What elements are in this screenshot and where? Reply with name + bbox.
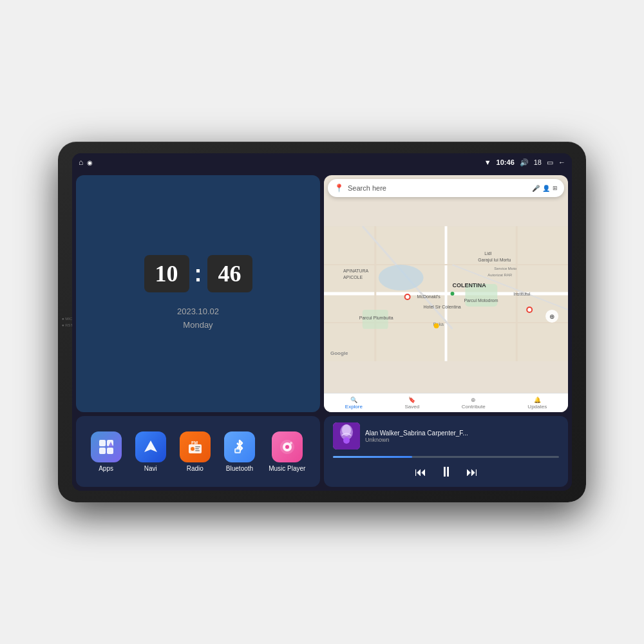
svg-rect-47 <box>236 450 240 452</box>
svg-text:Autorizat RAR: Autorizat RAR <box>488 273 513 277</box>
svg-text:APICOLE: APICOLE <box>343 275 363 279</box>
map-search-bar[interactable]: 📍 Search here 🎤 👤 ⊞ <box>328 179 564 197</box>
svg-text:⊕: ⊕ <box>549 313 554 320</box>
svg-rect-43 <box>195 448 199 450</box>
svg-rect-37 <box>107 448 113 454</box>
music-controls: ⏮ ⏸ ⏭ <box>333 464 559 480</box>
bluetooth-icon <box>224 431 255 462</box>
map-bottom-bar: 🔍 Explore 🔖 Saved ⊕ Contribute <box>324 393 568 412</box>
svg-rect-42 <box>195 446 200 448</box>
music-icon <box>272 431 303 462</box>
clock-minute: 46 <box>207 255 252 292</box>
music-next-button[interactable]: ⏭ <box>466 466 478 479</box>
music-progress-fill <box>333 456 412 458</box>
svg-text:McDonald's: McDonald's <box>417 294 441 299</box>
app-item-bluetooth[interactable]: Bluetooth <box>224 431 255 472</box>
radio-label: Radio <box>187 465 204 472</box>
svg-rect-36 <box>99 448 106 454</box>
clock-hour: 10 <box>144 255 189 292</box>
battery-icon: ▭ <box>547 158 553 167</box>
app-item-apps[interactable]: Apps <box>91 431 122 472</box>
bluetooth-label: Bluetooth <box>226 465 253 472</box>
svg-text:Parcul Motodrom: Parcul Motodrom <box>464 298 498 303</box>
apps-icon <box>91 431 122 462</box>
status-time: 10:46 <box>497 158 515 166</box>
radio-icon: FM <box>180 431 211 462</box>
svg-marker-39 <box>144 440 157 452</box>
map-search-text[interactable]: Search here <box>348 184 528 192</box>
apps-panel: Apps Navi <box>76 416 320 487</box>
svg-text:COLENTINA: COLENTINA <box>452 282 486 289</box>
wifi-icon: ▼ <box>484 158 491 166</box>
navi-label: Navi <box>144 465 157 472</box>
svg-point-26 <box>406 295 410 299</box>
updates-label: Updates <box>527 404 547 410</box>
music-panel: Alan Walker_Sabrina Carpenter_F... Unkno… <box>324 416 568 487</box>
svg-text:Parcul Plumbuita: Parcul Plumbuita <box>359 316 393 320</box>
map-tab-saved[interactable]: 🔖 Saved <box>405 397 420 410</box>
svg-point-30 <box>450 292 454 296</box>
svg-point-55 <box>343 437 350 444</box>
volume-level: 18 <box>534 158 542 166</box>
app-item-radio[interactable]: FM Radio <box>180 431 211 472</box>
music-pause-button[interactable]: ⏸ <box>439 464 453 480</box>
svg-point-28 <box>527 308 531 312</box>
app-item-music[interactable]: Music Player <box>269 431 305 472</box>
screen: ⌂ ◉ ▼ 10:46 🔊 18 ▭ ← 10 : <box>72 153 572 491</box>
music-text: Alan Walker_Sabrina Carpenter_F... Unkno… <box>365 430 559 443</box>
map-tab-explore[interactable]: 🔍 Explore <box>345 397 363 410</box>
svg-point-29 <box>434 323 439 328</box>
svg-text:Hotel Sir Colentina: Hotel Sir Colentina <box>424 305 461 309</box>
svg-point-9 <box>379 265 424 290</box>
music-progress-bar[interactable] <box>333 456 559 458</box>
svg-text:APINATURA: APINATURA <box>343 269 369 273</box>
map-account-icon[interactable]: 👤 <box>542 185 550 192</box>
explore-label: Explore <box>345 404 363 410</box>
home-icon[interactable]: ⌂ <box>79 158 83 167</box>
map-tab-updates[interactable]: 🔔 Updates <box>527 397 547 410</box>
location-icon[interactable]: ◉ <box>87 159 93 166</box>
svg-text:Service Moto: Service Moto <box>494 267 517 270</box>
music-info: Alan Walker_Sabrina Carpenter_F... Unkno… <box>333 422 559 450</box>
music-prev-button[interactable]: ⏮ <box>415 466 426 479</box>
clock-widget: 10 : 46 2023.10.02 Monday <box>76 175 320 412</box>
map-widget[interactable]: 📍 Search here 🎤 👤 ⊞ <box>324 175 568 412</box>
rst-label: ● RST <box>62 323 73 327</box>
svg-point-50 <box>285 445 289 449</box>
svg-text:Institutul: Institutul <box>513 292 530 296</box>
map-mic-icon[interactable]: 🎤 <box>532 185 540 192</box>
back-icon[interactable]: ← <box>558 158 565 166</box>
music-artist: Unknown <box>365 437 559 443</box>
mic-label: ● MIC <box>62 317 73 321</box>
svg-text:FM: FM <box>191 440 198 445</box>
apps-label: Apps <box>99 465 113 472</box>
contribute-label: Contribute <box>462 404 486 410</box>
svg-point-41 <box>191 447 194 451</box>
map-tab-contribute[interactable]: ⊕ Contribute <box>462 397 486 410</box>
svg-text:Google: Google <box>330 350 348 356</box>
music-thumbnail <box>333 422 360 450</box>
music-label: Music Player <box>269 465 305 472</box>
svg-text:Garajul lui Mortu: Garajul lui Mortu <box>478 258 511 263</box>
svg-text:Lidl: Lidl <box>484 251 491 256</box>
music-title: Alan Walker_Sabrina Carpenter_F... <box>365 430 559 437</box>
navi-icon <box>135 431 166 462</box>
saved-label: Saved <box>405 404 420 410</box>
svg-rect-34 <box>99 440 106 446</box>
side-labels: ● MIC ● RST <box>62 317 73 327</box>
map-layers-icon[interactable]: ⊞ <box>553 185 558 192</box>
device-body: ● MIC ● RST ⌂ ◉ ▼ 10:46 🔊 18 ▭ ← <box>58 142 586 502</box>
status-bar: ⌂ ◉ ▼ 10:46 🔊 18 ▭ ← <box>72 153 572 171</box>
map-pin-icon: 📍 <box>334 184 344 193</box>
map-body: APINATURA APICOLE COLENTINA Garajul lui … <box>324 175 568 412</box>
clock-colon: : <box>194 260 202 287</box>
svg-rect-44 <box>195 450 200 451</box>
clock-day: Monday <box>177 319 219 332</box>
volume-icon: 🔊 <box>520 158 529 167</box>
svg-point-51 <box>290 442 292 444</box>
clock-date: 2023.10.02 <box>177 305 219 319</box>
app-item-navi[interactable]: Navi <box>135 431 166 472</box>
